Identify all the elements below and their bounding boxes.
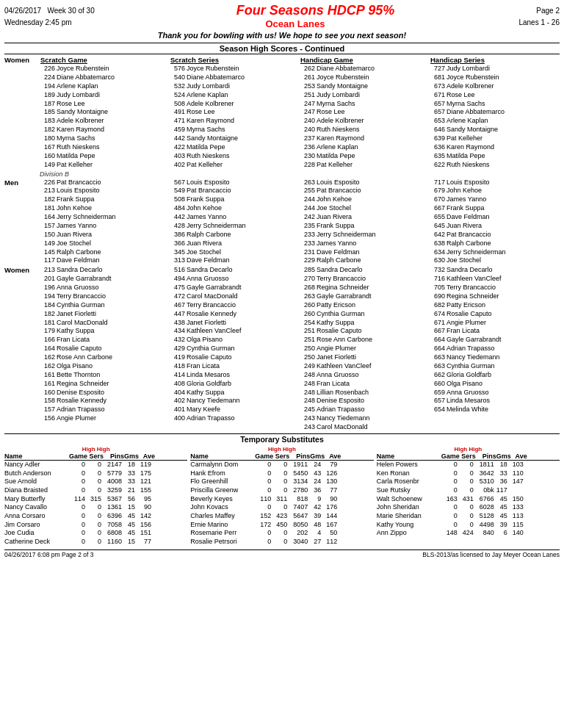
footer-right: BLS-2013/as licensed to Jay Meyer Ocean …	[422, 551, 560, 558]
list-item: 242Juan Rivera	[300, 213, 429, 222]
list-item: 681Joyce Rubenstein	[430, 73, 559, 82]
section-title: Season High Scores - Continued	[4, 43, 560, 54]
header-line1: 04/26/2017 Week 30 of 30 Four Seasons HD…	[4, 3, 560, 18]
list-item: 432Olga Pisano	[170, 336, 299, 345]
list-item: 167Ruth Nieskens	[40, 143, 169, 152]
list-item: 251Rose Ann Carbone	[300, 336, 429, 345]
table-row: Beverly Keyes 110 311 818 9 90	[190, 495, 373, 504]
women-bottom-grid: 213Sandra Decarlo201Gayle Garrabrandt196…	[40, 266, 560, 432]
list-item: 260Patty Ericson	[300, 301, 429, 310]
table-row: Charles Maffey 152 423 5647 39 144	[190, 512, 373, 521]
subs-col3-rows: Helen Powers 0 0 1811 18 103 Ken Ronan 0…	[377, 461, 560, 538]
subs-col2-header: Name Game Sers Pins Gms Ave	[190, 453, 373, 461]
women-label-bottom: Women	[4, 266, 40, 432]
wb-hs-entries: 732Sandra Decarlo716Kathleen VanCleef705…	[430, 266, 559, 414]
list-item: 243Nancy Tiedemann	[300, 414, 429, 423]
list-item: 254Kathy Suppa	[300, 319, 429, 328]
list-item: 667Fran Licata	[430, 327, 559, 336]
list-item: 438Janet Fiorletti	[170, 319, 299, 328]
list-item: 233Jerry Schneiderman	[300, 231, 429, 239]
list-item: 657Myrna Sachs	[430, 100, 559, 109]
list-item: 164Jerry Schneiderman	[40, 213, 169, 222]
list-item: 716Kathleen VanCleef	[430, 275, 559, 284]
list-item: 236Arlene Kaplan	[300, 143, 429, 152]
list-item: 475Gayle Garrabrandt	[170, 284, 299, 292]
table-row: Anna Corsaro 0 0 6396 45 142	[4, 512, 187, 521]
table-row: Nancy Adler 0 0 2147 18 119	[4, 461, 187, 469]
subs-col1-rows: Nancy Adler 0 0 2147 18 119 Butch Anders…	[4, 461, 187, 547]
list-item: 183Adele Kolbrener	[40, 117, 169, 126]
list-item: 679John Kehoe	[430, 187, 559, 195]
table-row: Ann Zippo 148 424 840 6 140	[377, 529, 560, 538]
list-item: 472Carol MacDonald	[170, 292, 299, 301]
subs-col3-header: Name Game Sers Pins Gms Ave	[377, 453, 560, 461]
list-item: 162Olga Pisano	[40, 362, 169, 371]
list-item: 576Joyce Rubenstein	[170, 65, 299, 73]
list-item: 664Adrian Trapasso	[430, 345, 559, 353]
women-handicap-game-col: Handicap Game 262Diane Abbatemarco261Joy…	[300, 56, 430, 170]
table-row: Walt Schoenew 163 431 6766 45 150	[377, 495, 560, 504]
list-item: 251Judy Lombardi	[300, 91, 429, 100]
subs-col2: High High Name Game Sers Pins Gms Ave Ca…	[190, 444, 373, 547]
men-section: Men 226Pat Brancaccio213Louis Esposito18…	[4, 179, 560, 266]
list-item: 268Regina Schneider	[300, 284, 429, 292]
list-item: 717Louis Esposito	[430, 179, 559, 187]
list-item: 249Kathleen VanCleef	[300, 362, 429, 371]
men-hs-col: 717Louis Esposito679John Kehoe670James Y…	[430, 179, 560, 266]
list-item: 654Melinda White	[430, 406, 559, 414]
list-item: 671Rose Lee	[430, 91, 559, 100]
list-item: 664Gayle Garrabrandt	[430, 336, 559, 345]
table-row: John Sheridan 0 0 6028 45 133	[377, 503, 560, 512]
list-item: 636Karen Raymond	[430, 143, 559, 152]
list-item: 160Denise Esposito	[40, 389, 169, 397]
list-item: 659Anna Gruosso	[430, 389, 559, 397]
subs-col2-rows: Carmalynn Dom 0 0 1911 24 79 Hank Efrom …	[190, 461, 373, 547]
list-item: 428Jerry Schneiderman	[170, 222, 299, 231]
table-row: Sue Rutsky 0 0 0bk 117	[377, 486, 560, 495]
men-grid: 226Pat Brancaccio213Louis Esposito182Fra…	[40, 179, 560, 266]
women-label-top: Women	[4, 56, 40, 170]
table-row: Rosemarie Perr 0 0 202 4 50	[190, 529, 373, 538]
list-item: 245Adrian Trapasso	[300, 406, 429, 414]
table-row: Joe Cudia 0 0 6808 45 151	[4, 529, 187, 538]
list-item: 508Frank Suppa	[170, 195, 299, 204]
subs-title: Temporary Substitutes	[4, 435, 560, 444]
list-item: 313Dave Feldman	[170, 256, 299, 265]
list-item: 247Myrna Sachs	[300, 100, 429, 109]
list-item: 181Carol MacDonald	[40, 319, 169, 328]
list-item: 674Rosalie Caputo	[430, 310, 559, 319]
list-item: 467Terry Brancaccio	[170, 301, 299, 310]
list-item: 213Sandra Decarlo	[40, 266, 169, 275]
table-row: Marie Sheridan 0 0 5128 45 113	[377, 512, 560, 521]
list-item: 727Judy Lombardi	[430, 65, 559, 73]
list-item: 196Anna Gruosso	[40, 284, 169, 292]
list-item: 653Arlene Kaplan	[430, 117, 559, 126]
women-sg-entries: 226Joyce Rubenstein224Diane Abbatemarco1…	[40, 65, 169, 170]
wb-sg-entries: 213Sandra Decarlo201Gayle Garrabrandt196…	[40, 266, 169, 423]
list-item: 213Louis Esposito	[40, 187, 169, 195]
list-item: 117Dave Feldman	[40, 256, 169, 265]
list-item: 402Nancy Tiedemann	[170, 397, 299, 406]
thank-you: Thank you for bowling with us! We hope t…	[4, 31, 560, 40]
women-hs-entries: 727Judy Lombardi681Joyce Rubenstein673Ad…	[430, 65, 559, 170]
lanes: Lanes 1 - 26	[518, 18, 560, 29]
men-hg-entries: 263Louis Esposito255Pat Brancaccio244Joh…	[300, 179, 429, 266]
list-item: 263Louis Esposito	[300, 179, 429, 187]
list-item: 248Anna Gruosso	[300, 371, 429, 380]
list-item: 663Cynthia Gurman	[430, 362, 559, 371]
list-item: 657Linda Mesaros	[430, 397, 559, 406]
men-hs-entries: 717Louis Esposito679John Kehoe670James Y…	[430, 179, 559, 266]
list-item: 630Joe Stochel	[430, 256, 559, 265]
list-item: 459Myrna Sachs	[170, 126, 299, 134]
list-item: 247Rose Lee	[300, 108, 429, 117]
list-item: 181John Kehoe	[40, 204, 169, 213]
table-row: Butch Anderson 0 0 5779 33 175	[4, 469, 187, 478]
list-item: 270Terry Brancaccio	[300, 275, 429, 284]
wb-hg-col: 285Sandra Decarlo270Terry Brancaccio268R…	[300, 266, 430, 432]
list-item: 732Sandra Decarlo	[430, 266, 559, 275]
table-row: Ken Ronan 0 0 3642 33 110	[377, 469, 560, 478]
list-item: 260Cynthia Gurman	[300, 310, 429, 319]
list-item: 179Kathy Suppa	[40, 327, 169, 336]
list-item: 180Myrna Sachs	[40, 134, 169, 143]
list-item: 250Angie Plumer	[300, 345, 429, 353]
